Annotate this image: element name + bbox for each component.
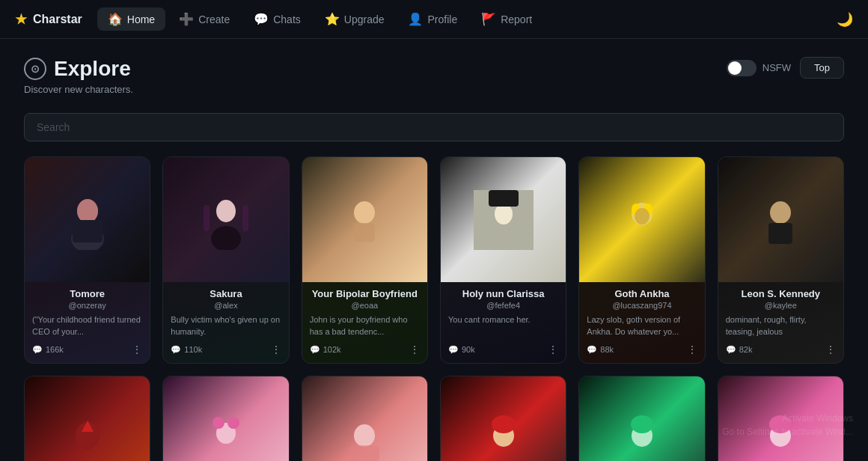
characters-grid-row2 [24,376,844,461]
char-footer-ankha: 💬 88k ⋮ [587,344,697,355]
char-name-leon: Leon S. Kennedy [726,288,836,299]
char-card-body-sakura: Sakura @alex Bully victim who's given up… [163,282,288,363]
create-icon: ➕ [179,12,194,26]
char-card-sleep[interactable] [302,376,428,461]
char-chats-tomore: 💬 166k [32,345,64,355]
nsfw-label: NSFW [762,62,791,73]
char-more-leon[interactable]: ⋮ [825,344,836,355]
char-desc-tomore: ("Your childhood friend turned CEO of yo… [32,314,142,338]
svg-rect-25 [349,445,379,461]
char-image-pinkhair [718,376,843,461]
upgrade-icon: ⭐ [325,12,340,26]
explore-header: ⊙ Explore Discover new characters. NSFW … [24,57,844,95]
char-name-tomore: Tomore [32,288,142,299]
compass-icon: ⊙ [24,58,46,80]
svg-point-17 [770,201,791,224]
char-name-sakura: Sakura [171,288,281,299]
nav-profile[interactable]: 👤 Profile [397,7,468,31]
svg-point-31 [769,415,792,433]
char-desc-bipolar: John is your boyfriend who has a bad ten… [310,314,420,338]
char-more-clarissa[interactable]: ⋮ [548,344,558,355]
char-card-body-clarissa: Holy nun Clarissa @fefefe4 You cant roma… [441,282,566,363]
char-name-bipolar: Your Bipolar Boyfriend [310,288,420,299]
nav-items: 🏠 Home ➕ Create 💬 Chats ⭐ Upgrade 👤 Prof… [97,7,831,31]
chat-bubble-icon: 💬 [587,345,597,355]
svg-rect-3 [73,220,103,242]
chat-bubble-icon: 💬 [171,345,181,355]
char-more-tomore[interactable]: ⋮ [132,344,142,355]
svg-point-7 [211,226,241,250]
char-chats-count: 82k [739,345,753,354]
svg-point-27 [492,415,516,433]
home-icon: 🏠 [108,12,123,26]
char-handle-clarissa: @fefefe4 [448,301,558,310]
char-card-pink[interactable] [162,376,289,461]
app-logo[interactable]: ★ Charstar [15,11,82,28]
char-card-sakura[interactable]: Sakura @alex Bully victim who's given up… [162,156,289,364]
nav-report-label: Report [501,13,532,25]
char-desc-leon: dominant, rough, flirty, teasing, jealou… [726,314,836,338]
char-image-ankha [579,157,704,282]
explore-controls: NSFW Top [727,57,844,79]
char-image-green [579,376,704,461]
svg-rect-18 [768,223,792,244]
char-card-pinkhair[interactable] [718,376,844,461]
char-card-ankha[interactable]: Goth Ankha @lucaszang974 Lazy slob, goth… [578,156,705,364]
search-container [24,113,844,141]
char-card-leon[interactable]: Leon S. Kennedy @kaylee dominant, rough,… [718,156,844,364]
nav-report[interactable]: 🚩 Report [471,7,542,31]
char-more-bipolar[interactable]: ⋮ [409,344,420,355]
char-card-clarissa[interactable]: Holy nun Clarissa @fefefe4 You cant roma… [440,156,566,364]
svg-point-23 [227,417,239,429]
svg-point-11 [495,204,513,225]
char-image-pink [163,376,288,461]
chat-bubble-icon: 💬 [310,345,320,355]
nav-create[interactable]: ➕ Create [168,7,240,31]
char-name-clarissa: Holy nun Clarissa [448,288,558,299]
explore-subtitle: Discover new characters. [24,84,133,95]
search-input[interactable] [24,113,844,141]
top-button[interactable]: Top [800,57,844,79]
char-more-sakura[interactable]: ⋮ [271,344,281,355]
char-image-clarissa [441,157,566,282]
char-card-tomore[interactable]: Tomore @onzeray ("Your childhood friend … [24,156,150,364]
char-card-body-bipolar: Your Bipolar Boyfriend @eoaa John is you… [302,282,427,363]
svg-rect-9 [354,223,375,242]
char-card-bipolar[interactable]: Your Bipolar Boyfriend @eoaa John is you… [302,156,428,364]
nsfw-toggle[interactable]: NSFW [727,60,791,76]
char-card-spider[interactable] [24,376,150,461]
char-more-ankha[interactable]: ⋮ [687,344,697,355]
char-chats-leon: 💬 82k [726,345,753,355]
char-footer-bipolar: 💬 102k ⋮ [310,344,420,355]
svg-point-2 [77,199,98,223]
nsfw-toggle-track[interactable] [727,60,757,76]
navigation: ★ Charstar 🏠 Home ➕ Create 💬 Chats ⭐ Upg… [0,0,868,39]
dark-mode-icon[interactable]: 🌙 [837,11,853,28]
nav-create-label: Create [198,13,230,25]
char-handle-tomore: @onzeray [32,301,142,310]
svg-rect-12 [489,190,519,207]
nav-chats[interactable]: 💬 Chats [243,7,311,31]
chat-bubble-icon: 💬 [726,345,736,355]
char-card-body-leon: Leon S. Kennedy @kaylee dominant, rough,… [718,282,843,363]
svg-point-8 [354,201,375,224]
profile-icon: 👤 [408,12,423,26]
char-chats-sakura: 💬 110k [171,345,202,355]
svg-point-4 [216,200,236,222]
char-chats-count: 88k [600,345,614,354]
logo-star: ★ [15,11,27,28]
nsfw-toggle-thumb [728,61,742,75]
svg-point-24 [354,424,375,447]
char-chats-clarissa: 💬 90k [448,345,475,355]
char-card-green[interactable] [578,376,705,461]
nav-upgrade[interactable]: ⭐ Upgrade [314,7,395,31]
nav-home[interactable]: 🏠 Home [97,7,165,31]
characters-grid-row1: Tomore @onzeray ("Your childhood friend … [24,156,844,364]
char-chats-count: 102k [323,345,341,354]
char-image-redhead [441,376,566,461]
char-handle-bipolar: @eoaa [310,301,420,310]
char-card-redhead[interactable] [440,376,566,461]
explore-title-text: Explore [54,57,131,81]
char-footer-sakura: 💬 110k ⋮ [171,344,281,355]
nav-chats-label: Chats [273,13,301,25]
